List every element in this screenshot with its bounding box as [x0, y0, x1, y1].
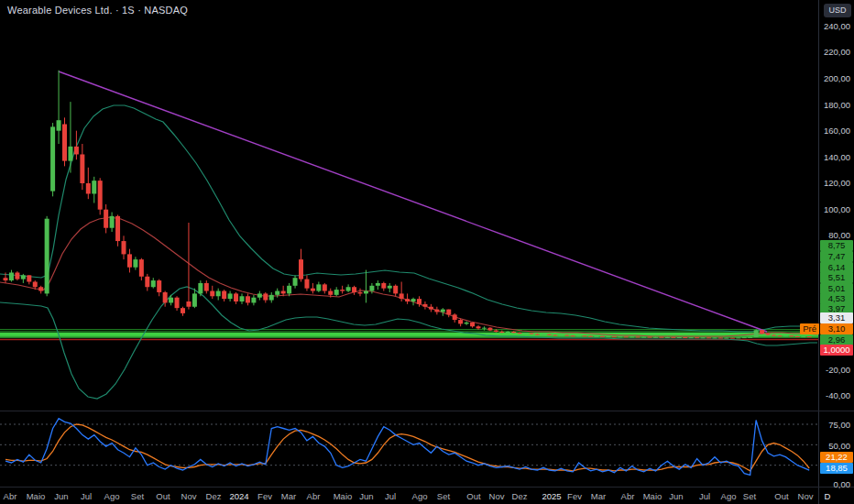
candle-body [346, 287, 351, 290]
candle-body [257, 293, 262, 297]
price-axis-label: 100,00 [824, 204, 850, 214]
candle-body [304, 279, 309, 289]
time-axis-month-label: Ago [721, 490, 737, 500]
price-axis-label: 140,00 [824, 152, 850, 162]
candle-body [535, 334, 540, 335]
candle-body [38, 287, 43, 290]
time-axis-month-label: Nov [798, 490, 814, 500]
candle-body [33, 282, 38, 288]
candle-body [636, 336, 640, 337]
candle-body [269, 295, 274, 301]
candle-body [695, 337, 699, 338]
time-axis-month-label: Dez [206, 490, 222, 500]
price-axis-label: 120,00 [824, 178, 850, 188]
candle-body [760, 330, 764, 334]
currency-toggle-button[interactable]: USD [824, 4, 851, 17]
chart-canvas[interactable] [0, 0, 818, 504]
candle-body [169, 298, 173, 303]
pane-divider[interactable] [0, 411, 854, 411]
candle-body [45, 219, 49, 294]
time-axis-month-label: Jul [81, 490, 92, 500]
candle-body [157, 280, 161, 292]
price-axis-label: 180,00 [824, 100, 850, 110]
candle-body [50, 126, 55, 191]
candle-body [777, 335, 782, 336]
candle-body [476, 326, 481, 328]
candle-body [541, 334, 545, 335]
time-axis-month-label: Set [437, 490, 450, 500]
candle-body [494, 331, 498, 332]
candle-body [62, 125, 67, 161]
time-axis-month-label: Nov [489, 490, 505, 500]
candle-body [648, 337, 652, 338]
candle-body [772, 335, 776, 336]
time-axis-year-label: 2025 [542, 490, 561, 500]
time-axis-month-label: Ago [412, 490, 428, 500]
candle-body [287, 286, 291, 294]
candle-body [393, 286, 398, 294]
time-axis-month-label: Jun [359, 490, 373, 500]
candle-body [795, 336, 800, 337]
candle-body [754, 330, 759, 337]
candle-body [27, 275, 31, 281]
candle-body [376, 283, 380, 286]
candle-body [748, 337, 752, 338]
candle-body [381, 283, 386, 289]
time-axis-month-label: Mar [281, 490, 296, 500]
time-axis-month-label: Ago [104, 490, 120, 500]
time-axis-year-label: D [825, 490, 831, 500]
time-axis-month-label: Maio [334, 490, 353, 500]
time-axis-month-label: Jul [699, 490, 710, 500]
candle-body [564, 335, 569, 336]
time-axis-month-label: Abr [307, 490, 321, 500]
candle-body [299, 259, 303, 279]
time-axis-month-label: Maio [27, 490, 46, 500]
candle-body [15, 272, 19, 279]
price-level-label: 3,31 [820, 312, 853, 323]
candle-body [57, 120, 61, 130]
time-axis-month-label: Out [774, 490, 788, 500]
price-axis-label: 240,00 [824, 21, 850, 31]
candle-body [340, 290, 345, 290]
candle-body [742, 337, 747, 338]
candle-body [446, 310, 451, 315]
candle-body [523, 334, 528, 334]
candle-body [234, 293, 238, 301]
candle-body [80, 154, 84, 183]
trading-chart-window: { "header": { "title": "Wearable Devices… [0, 0, 854, 504]
candle-body [653, 337, 658, 338]
candle-body [506, 332, 510, 333]
candle-body [487, 328, 492, 331]
price-axis-label: 220,00 [824, 47, 850, 57]
time-axis[interactable]: AbrMaioJunJulAgoSetOutNovDez2024FevMarAb… [0, 487, 818, 504]
price-level-label: 1,0000 [820, 345, 853, 356]
candle-body [600, 336, 605, 337]
bollinger-lower-band [0, 287, 817, 399]
candle-body [783, 335, 788, 336]
candle-body [328, 291, 333, 295]
candle-body [122, 241, 126, 254]
candle-body [730, 338, 735, 339]
candle-body [92, 181, 96, 193]
candle-body [388, 286, 392, 289]
time-axis-month-label: Abr [621, 490, 635, 500]
candle-body [358, 292, 363, 293]
candle-body [618, 336, 622, 337]
candle-body [186, 301, 191, 307]
price-axis-label: -20,00 [826, 365, 850, 375]
candle-body [222, 291, 226, 300]
candle-body [263, 293, 268, 300]
candle-body [701, 337, 706, 338]
candle-body [470, 323, 475, 326]
rsi-axis-label: 50,00 [828, 441, 850, 451]
candle-body [801, 336, 805, 337]
candle-body [434, 310, 439, 312]
candle-body [713, 337, 717, 338]
candle-body [606, 336, 610, 337]
candle-body [281, 291, 286, 294]
candle-body [724, 338, 728, 339]
candle-body [736, 337, 740, 338]
candle-body [400, 293, 404, 299]
price-axis[interactable]: USD 240,00220,00200,00180,00160,00140,00… [819, 0, 854, 504]
candle-body [659, 337, 663, 338]
